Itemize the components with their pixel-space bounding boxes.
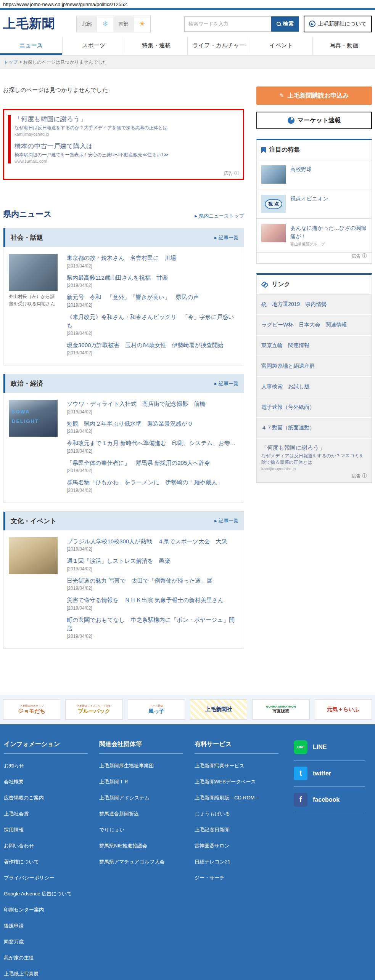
footer-link[interactable]: 上毛新聞縮刷版－CD-ROM－: [195, 794, 290, 801]
ad-info-icon[interactable]: ⓘ: [362, 253, 367, 259]
sidebar-link[interactable]: ４７動画（紙面連動）: [257, 418, 372, 438]
ad-item[interactable]: 橋本の中古一戸建て購入は 橋本駅周辺の一戸建てを一覧表示！安心の三菱UFJ不動産…: [14, 142, 238, 163]
footer-link[interactable]: じょうもばいる: [195, 810, 290, 817]
article-title-link[interactable]: 災害で命守る情報を ＮＨＫ出演 気象予報士の新村美里さん: [67, 596, 238, 605]
article-photo[interactable]: SOWA DELIGHT: [9, 400, 58, 437]
sidebar-link[interactable]: ラグビーW杯 日本大会 関連情報: [257, 315, 372, 335]
article-title-link[interactable]: 東京都の故・鈴木さん 名誉村民に 川場: [67, 254, 238, 263]
footer-link[interactable]: 著作権について: [4, 858, 99, 865]
footer-link[interactable]: 採用情報: [4, 826, 99, 833]
banner-jomo-shinbunsha[interactable]: 上毛新聞社: [190, 699, 247, 720]
footer-link[interactable]: 上毛新聞厚生福祉事業団: [99, 762, 195, 769]
footer-link[interactable]: 同窓万歳: [4, 938, 99, 945]
sidebar-link[interactable]: 東京五輪 関連情報: [257, 336, 372, 355]
prefecture-news-top-link[interactable]: ▶県内ニューストップ: [195, 213, 244, 219]
footer-link[interactable]: 会社概要: [4, 778, 99, 785]
footer-link[interactable]: 上毛社会賞: [4, 810, 99, 817]
tab-sports[interactable]: スポーツ: [62, 37, 125, 55]
article-title-link[interactable]: 日光街道の魅力 写真で 太田で「例幣使が帰った道」展: [67, 576, 238, 585]
footer-link[interactable]: 上毛紙上写真展: [4, 970, 99, 977]
banner-kazakko[interactable]: 子ども新聞風っ子: [128, 699, 185, 720]
article-title-link[interactable]: 県内最高齢112歳山田さんを祝福 甘楽: [67, 274, 238, 282]
footer-link[interactable]: お知らせ: [4, 762, 99, 769]
ad-choices-mark[interactable]: 広告 ⓘ: [224, 170, 239, 177]
article-title-link[interactable]: 《来月改元》令和さん・和令さんビックリ 「令」字形に戸惑いも: [67, 313, 238, 330]
footer-link[interactable]: Google Adsence 広告について: [4, 890, 99, 897]
featured-item-opinion[interactable]: 視 点 視点オピニオン: [257, 189, 372, 219]
footer-link[interactable]: ジー・サーチ: [195, 874, 290, 881]
footer-link[interactable]: 上毛新聞ＴＲ: [99, 778, 195, 785]
tab-events[interactable]: イベント: [250, 37, 312, 55]
footer-link[interactable]: 日経テレコン21: [195, 858, 290, 865]
ad-title[interactable]: 橋本の中古一戸建て購入は: [14, 142, 238, 151]
market-report-button[interactable]: マーケット速報: [256, 112, 372, 129]
footer-link[interactable]: 上毛新聞アドシステム: [99, 794, 195, 801]
banner-gunma-marathon[interactable]: GUNMA MARATHON写真販売: [252, 699, 309, 720]
ad-list: 「何度も韓国に謝ろう」 なぜ朝日は反日報道をするのか？大手メディアを陰で操る黒幕…: [8, 115, 238, 163]
search-input[interactable]: [184, 16, 271, 32]
arrow-icon: ▶: [214, 382, 217, 386]
article-title-link[interactable]: 新元号 令和 「意外」「響きが良い」 県民の声: [67, 293, 238, 302]
article-title-link[interactable]: 群馬名物「ひもかわ」をラーメンに 伊勢崎の「麺や蔵人」: [67, 478, 238, 487]
section-image-column: SOWA DELIGHT: [9, 400, 58, 498]
about-company-button[interactable]: ▶上毛新聞社について: [304, 16, 372, 32]
tab-news[interactable]: ニュース: [0, 37, 62, 55]
footer-link[interactable]: でりじぇい: [99, 826, 195, 833]
ad-item[interactable]: 「何度も韓国に謝ろう」 なぜ朝日は反日報道をするのか？大手メディアを陰で操る黒幕…: [14, 115, 238, 136]
sidebar-link[interactable]: 人事検索 お試し版: [257, 377, 372, 397]
featured-item-ad[interactable]: あんなに痛かった…ひざの関節痛が！ 富山常備薬グループ: [257, 219, 372, 253]
tab-features[interactable]: 特集・連載: [125, 37, 187, 55]
footer-link[interactable]: 雷神囲碁サロン: [195, 842, 290, 849]
site-logo[interactable]: 上毛新聞: [3, 15, 55, 32]
weather-widget[interactable]: 北部 ❄ 南部 ☀: [76, 16, 151, 32]
article-title-link[interactable]: 現金3000万詐取被害 玉村の84歳女性 伊勢崎署が捜査開始: [67, 341, 238, 350]
ad-info-icon[interactable]: ⓘ: [234, 170, 239, 176]
subscribe-button[interactable]: ✎上毛新聞購読お申込み: [256, 86, 372, 105]
ad-title[interactable]: 「何度も韓国に謝ろう」: [14, 115, 238, 123]
search-button[interactable]: 検索: [271, 16, 299, 32]
featured-item-baseball[interactable]: 高校野球: [257, 160, 372, 189]
sidebar-link[interactable]: 富岡製糸場と絹遺産群: [257, 356, 372, 376]
tab-life-culture[interactable]: ライフ・カルチャー: [187, 37, 250, 55]
footer-link[interactable]: 上毛記念日新聞: [195, 826, 290, 833]
sns-twitter-link[interactable]: t twitter: [294, 761, 365, 787]
article-list-link[interactable]: ▶記事一覧: [214, 517, 238, 524]
browser-url-bar[interactable]: https://www.jomo-news.co.jp/news/gunma/p…: [0, 0, 375, 8]
sidebar-ad[interactable]: 「何度も韓国に謝ろう」 なぜメディアは反日報道をするのか？マスコミを陰で操る黒幕…: [257, 439, 372, 482]
footer-link[interactable]: 印刷センター案内: [4, 906, 99, 913]
article-title-link[interactable]: ブラジル人学校10校300人が熱戦 ４県でスポーツ大会 大泉: [67, 537, 238, 546]
article-title-link[interactable]: 「県民全体の奉仕者に」 群馬県 新採用の205人へ辞令: [67, 459, 238, 468]
footer-link[interactable]: 広告掲載のご案内: [4, 794, 99, 801]
ad-info-icon[interactable]: ⓘ: [362, 473, 367, 479]
footer-link[interactable]: 我が家の主役: [4, 954, 99, 961]
ad-title[interactable]: 「何度も韓国に謝ろう」: [261, 444, 367, 452]
article-title-link[interactable]: 短観 県内２年半ぶり低水準 製造業景況感が０: [67, 420, 238, 428]
article-title-link[interactable]: 令和改元まで１カ月 新時代へ準備進む 印刷、システム、お寺…: [67, 439, 238, 448]
sidebar-link[interactable]: 統一地方選2019 県内情勢: [257, 295, 372, 314]
footer-link[interactable]: 群馬連合新聞折込: [99, 810, 195, 817]
breadcrumb-home-link[interactable]: トップ: [4, 59, 18, 65]
banner-genki-life[interactable]: 元気＋らいふ: [315, 699, 372, 720]
ad-choices-mark[interactable]: 広告 ⓘ: [261, 472, 367, 479]
sidebar-link[interactable]: 電子速報（号外紙面）: [257, 397, 372, 417]
footer-link[interactable]: 後援申請: [4, 922, 99, 929]
footer-link[interactable]: 上毛新聞写真サービス: [195, 762, 290, 769]
footer-link[interactable]: 群馬県アマチュアゴルフ大会: [99, 858, 195, 865]
article-list-link[interactable]: ▶記事一覧: [214, 380, 238, 387]
article-title-link[interactable]: 週１回「涙活」しストレス解消を 邑楽: [67, 557, 238, 565]
article-title-link[interactable]: 町の玄関でおもてなし 中之条駅構内に「ボン・ボヤージュ」開店: [67, 616, 238, 633]
footer-link[interactable]: プライバシーポリシー: [4, 874, 99, 881]
sns-facebook-link[interactable]: f facebook: [294, 787, 365, 813]
banner-jomodachi[interactable]: 上毛新聞読者クラブジョモだち: [3, 699, 60, 720]
article-list-link[interactable]: ▶記事一覧: [214, 234, 238, 241]
footer-link[interactable]: 群馬県NIE推進協議会: [99, 842, 195, 849]
footer-link[interactable]: お問い合わせ: [4, 842, 99, 849]
article-photo[interactable]: [9, 537, 58, 574]
banner-bluebook[interactable]: 上毛新聞ライブラリーで読むブルーバック: [65, 699, 122, 720]
sns-line-link[interactable]: LINE LINE: [294, 740, 365, 761]
tab-photo-video[interactable]: 写真・動画: [312, 37, 375, 55]
footer-link[interactable]: 上毛新聞WEBデータベース: [195, 778, 290, 785]
article-photo[interactable]: [9, 254, 58, 291]
ad-choices-mark[interactable]: 広告 ⓘ: [257, 253, 372, 263]
article-title-link[interactable]: ソウワ・ディライト入社式 商店街で記念撮影 前橋: [67, 400, 238, 408]
